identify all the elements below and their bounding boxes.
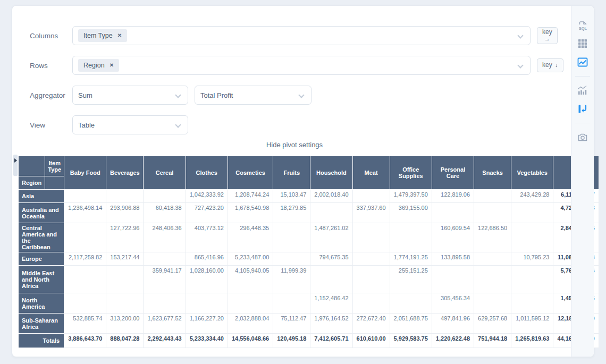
- data-cell: 2,002,018.40: [310, 190, 352, 203]
- data-cell: [352, 252, 390, 266]
- column-header[interactable]: Clothes: [186, 156, 228, 190]
- data-cell: [64, 266, 106, 293]
- chevron-down-icon: [175, 92, 181, 98]
- data-cell: [474, 190, 511, 203]
- column-total-cell: 5,233,334.40: [186, 334, 228, 348]
- data-cell: 122,819.06: [432, 190, 474, 203]
- table-icon[interactable]: [576, 37, 589, 50]
- chart-icon[interactable]: [576, 84, 589, 97]
- column-header[interactable]: Household: [310, 156, 352, 190]
- data-cell: [64, 293, 106, 314]
- data-cell: [352, 190, 390, 203]
- data-cell: 794,675.35: [310, 252, 352, 266]
- data-cell: [106, 293, 144, 314]
- table-row: Middle East and North Africa359,941.171,…: [19, 266, 599, 293]
- column-total-cell: 5,929,583.75: [390, 334, 432, 348]
- column-header[interactable]: Meat: [352, 156, 390, 190]
- data-cell: [474, 293, 511, 314]
- visualization-toolbar: SQL: [571, 6, 594, 357]
- remove-tag-icon[interactable]: ✕: [110, 63, 114, 68]
- aggregator-label: Aggregator: [30, 91, 72, 99]
- data-cell: [106, 266, 144, 293]
- row-header[interactable]: Sub-Saharan Africa: [19, 314, 64, 334]
- data-cell: [186, 293, 228, 314]
- row-axis-label[interactable]: Region: [19, 176, 45, 190]
- hide-pivot-settings-link[interactable]: Hide pivot settings: [18, 141, 571, 149]
- data-cell: 359,941.17: [144, 266, 186, 293]
- row-header[interactable]: Asia: [19, 190, 64, 203]
- data-cell: 60,418.38: [144, 203, 186, 223]
- data-cell: 1,976,164.52: [310, 314, 352, 334]
- visualization-icon[interactable]: [576, 56, 589, 69]
- row-header[interactable]: Central America and the Caribbean: [19, 223, 64, 252]
- column-header[interactable]: Office Supplies: [390, 156, 432, 190]
- toolbar-divider: [575, 76, 590, 77]
- columns-key-sort-button[interactable]: key →: [537, 27, 558, 44]
- column-total-cell: 888,047.28: [106, 334, 144, 348]
- row-header[interactable]: Europe: [19, 252, 64, 266]
- data-cell: [273, 223, 310, 252]
- data-cell: [64, 190, 106, 203]
- totals-row: Totals3,886,643.70888,047.282,292,443.43…: [19, 334, 599, 348]
- data-cell: 1,208,744.24: [228, 190, 273, 203]
- column-total-cell: 1,265,819.63: [511, 334, 553, 348]
- key-label: key: [542, 61, 552, 69]
- toolbar-divider: [575, 123, 590, 123]
- data-cell: [144, 293, 186, 314]
- data-cell: [390, 293, 432, 314]
- pivot-icon[interactable]: [576, 103, 589, 115]
- column-header[interactable]: Beverages: [106, 156, 144, 190]
- data-cell: 305,456.34: [432, 293, 474, 314]
- data-cell: 1,152,486.42: [310, 293, 352, 314]
- data-cell: 160,609.54: [432, 223, 474, 252]
- column-header[interactable]: Cereal: [144, 156, 186, 190]
- data-cell: 403,773.12: [186, 223, 228, 252]
- row-header[interactable]: North America: [19, 293, 64, 314]
- table-row: Europe2,117,259.82153,217.44865,416.965,…: [19, 252, 599, 266]
- data-cell: [144, 190, 186, 203]
- sql-icon[interactable]: SQL: [576, 19, 589, 31]
- data-cell: 18,279.85: [273, 203, 310, 223]
- data-cell: [273, 293, 310, 314]
- column-header[interactable]: Vegetables: [511, 156, 553, 190]
- aggregator-field-select[interactable]: Total Profit: [195, 86, 312, 105]
- column-total-cell: 1,220,622.48: [432, 334, 474, 348]
- data-cell: 122,686.50: [474, 223, 511, 252]
- corner-blank-cell: [19, 156, 45, 176]
- view-select[interactable]: Table: [72, 115, 188, 134]
- remove-tag-icon[interactable]: ✕: [117, 33, 122, 38]
- columns-tag-item-type[interactable]: Item Type ✕: [78, 29, 127, 42]
- table-row: Australia and Oceania1,236,498.14293,906…: [19, 203, 599, 223]
- columns-label: Columns: [30, 32, 72, 40]
- view-value: Table: [78, 121, 95, 129]
- data-cell: [474, 203, 511, 223]
- pivot-table: Item TypeBaby FoodBeveragesCerealClothes…: [18, 156, 599, 348]
- corner-blank-cell: [45, 176, 64, 190]
- data-cell: [390, 223, 432, 252]
- data-cell: [144, 252, 186, 266]
- rows-select[interactable]: Region ✕: [72, 56, 531, 75]
- column-header[interactable]: Snacks: [474, 156, 511, 190]
- data-cell: 1,774,191.25: [390, 252, 432, 266]
- row-header[interactable]: Middle East and North Africa: [19, 266, 64, 293]
- data-cell: [432, 266, 474, 293]
- data-cell: 2,032,888.04: [228, 314, 273, 334]
- column-total-cell: 14,556,048.66: [228, 334, 273, 348]
- col-axis-label[interactable]: Item Type: [45, 156, 64, 176]
- column-header[interactable]: Cosmetics: [228, 156, 273, 190]
- aggregator-function-select[interactable]: Sum: [72, 86, 188, 105]
- camera-icon[interactable]: [576, 131, 589, 143]
- rows-tag-region[interactable]: Region ✕: [78, 59, 119, 72]
- data-cell: 1,678,540.98: [228, 203, 273, 223]
- columns-select[interactable]: Item Type ✕: [72, 26, 531, 45]
- column-header[interactable]: Personal Care: [432, 156, 474, 190]
- data-cell: 133,895.58: [432, 252, 474, 266]
- row-header[interactable]: Australia and Oceania: [19, 203, 64, 223]
- column-header[interactable]: Baby Food: [64, 156, 106, 190]
- column-header[interactable]: Fruits: [273, 156, 310, 190]
- column-total-cell: 751,944.18: [474, 334, 511, 348]
- rows-key-sort-button[interactable]: key ↓: [537, 58, 563, 72]
- pivot-settings-panel: Columns Item Type ✕ key → Rows Region ✕: [18, 6, 571, 357]
- collapse-handle[interactable]: [13, 155, 18, 176]
- totals-row-header[interactable]: Totals: [19, 334, 64, 348]
